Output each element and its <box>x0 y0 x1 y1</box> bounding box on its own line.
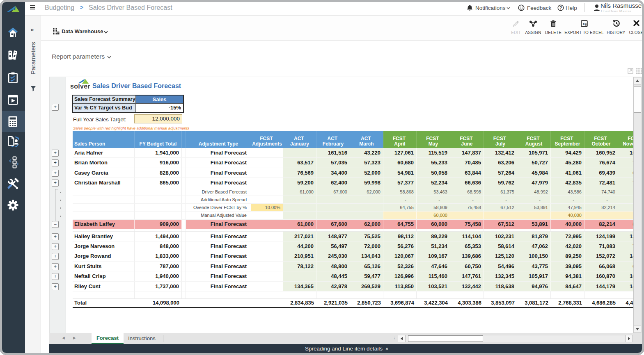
svg-text:?: ? <box>559 6 562 10</box>
svg-text:x: x <box>582 22 584 26</box>
